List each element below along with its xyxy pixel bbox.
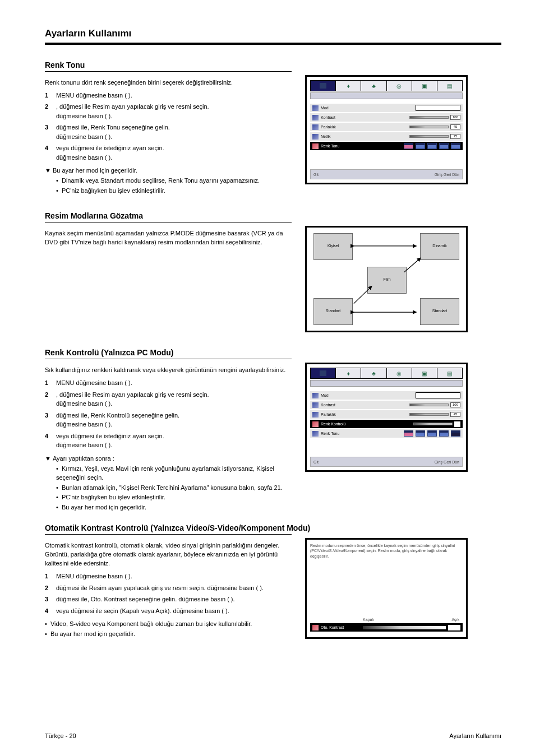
sharpness-icon (312, 134, 319, 140)
target-icon: ◎ (396, 370, 402, 377)
clover-icon: ♣ (372, 83, 376, 89)
osd-row-netlik: Netlik75 (310, 132, 463, 141)
mode-icon (312, 393, 319, 398)
sec3-step1: 1MENU düğmesine basın ( ). (45, 378, 292, 388)
tone-btn-s2 (451, 430, 460, 437)
step-4: 4veya düğmesi ile istediğiniz ayarı seçi… (45, 143, 292, 162)
osd-hint-bar: Git Giriş Geri Dön (310, 169, 463, 179)
sec3-step2: 2, düğmesi ile Resim ayarı yapılacak gir… (45, 390, 292, 409)
speaker-icon: ♦ (347, 370, 350, 377)
osd4-slider (363, 626, 446, 629)
section-title-oto-kontrast: Otomatik Kontrast Kontrolü (Yalnızca Vid… (45, 523, 501, 532)
page-title: Ayarların Kullanımı (45, 28, 501, 39)
osd-row-mode: Mod (310, 104, 463, 112)
section-title-renk-kontrolu: Renk Kontrolü (Yalnızca PC Modu) (45, 348, 501, 357)
page-header: Ayarların Kullanımı (45, 28, 501, 45)
sec3-bullet-3: Bu ayar her mod için geçerlidir. (56, 503, 292, 512)
figure-diagram: Kişisel Dinamik Film Standart Standart (305, 226, 468, 332)
monitor-icon (320, 370, 326, 376)
sec2-text: Kaynak seçim menüsünü açamadan yalnızca … (45, 229, 292, 247)
osd-row-kontrast: Kontrast100 (310, 113, 463, 122)
header-rule (45, 43, 501, 45)
osd-tab-picture (311, 81, 336, 91)
target-icon: ◎ (396, 83, 402, 89)
colortone-icon (312, 431, 319, 437)
tone-btn-normal (427, 430, 437, 437)
osd3-tab-picture (311, 368, 336, 378)
autocontrast-icon (312, 625, 319, 630)
section-rule (45, 534, 292, 535)
osd-subbar (310, 92, 463, 99)
osd3-row-renk-kontrolu: Renk Kontrolü (310, 420, 463, 428)
section-rule (45, 71, 292, 72)
osd-tab-2: ♦ (336, 81, 361, 91)
svg-line-3 (404, 258, 421, 272)
sec4-step1: 1MENU düğmesine basın ( ). (45, 572, 292, 581)
sec1-intro: Renk tonunu dört renk seçeneğinden birin… (45, 78, 292, 87)
osd3-row-kontrast: Kontrast100 (310, 401, 463, 409)
osd4-cap-right: Açık (451, 618, 459, 622)
osd3-row-renk-tonu: Renk Tonu (310, 429, 463, 438)
sec1-left: Renk tonunu dört renk seçeneğinden birin… (45, 75, 292, 196)
note-arrow-icon: ▼ (45, 454, 51, 463)
mode-icon (312, 105, 319, 111)
osd4-cap-left: Kapalı (363, 618, 374, 622)
svg-line-2 (354, 286, 372, 304)
speaker-icon: ♦ (347, 83, 350, 89)
step-1: 1MENU düğmesine basın ( ). (45, 91, 292, 100)
pip-icon: ▣ (422, 370, 427, 377)
setup-icon: ▤ (447, 83, 452, 89)
section-title-gozatma: Resim Modlarına Gözatma (45, 211, 501, 220)
osd3-hint-bar: Git Giriş Geri Dön (310, 457, 463, 467)
osd4-row: Oto. Kontrast (310, 623, 463, 632)
tone-btn-k2 (404, 430, 413, 437)
tone-btn-s1 (439, 430, 449, 437)
colortone-icon (312, 143, 319, 149)
section-rule (45, 359, 292, 359)
mode-combo (416, 105, 460, 111)
section-title-renk-tonu: Renk Tonu (45, 61, 501, 69)
contrast-icon (312, 402, 319, 408)
sec3-bullet-1: Bunları atlamak için, "Kişisel Renk Terc… (56, 484, 292, 493)
colorcontrol-icon (312, 421, 319, 427)
brightness-icon (312, 412, 319, 418)
osd4-hint: Resim modunu seçmeden önce, öncelikle ka… (310, 543, 463, 558)
osd-tab-6: ▤ (437, 81, 462, 91)
figure-osd-1: ♦ ♣ ◎ ▣ ▤ Mod Kontrast100 Parlaklık45 Ne… (305, 75, 468, 184)
osd3-subbar (310, 380, 463, 387)
tone-btn-s2 (451, 143, 460, 149)
tone-btn-k1 (416, 143, 425, 149)
contrast-icon (312, 115, 319, 120)
osd3-row-parlaklik: Parlaklık45 (310, 410, 463, 419)
brightness-icon (312, 124, 319, 130)
sec1-note-0: Dinamik veya Standart modu seçilirse, Re… (56, 177, 292, 185)
sec4-step4: 4veya düğmesi ile seçin (Kapalı veya Açı… (45, 606, 292, 616)
osd4-value-box (448, 625, 460, 630)
step-3: 3düğmesi ile, Renk Tonu seçeneğine gelin… (45, 123, 292, 141)
sec4-note-0: Video, S-video veya Komponent bağlı oldu… (45, 620, 292, 629)
footer-right: Ayarların Kullanımı (449, 732, 501, 739)
sec4-step2: 2düğmesi ile Resim ayarı yapılacak giriş… (45, 583, 292, 593)
monitor-icon (320, 83, 326, 89)
section-rule (45, 222, 292, 222)
osd3-row-mode: Mod (310, 391, 463, 400)
diagram-arrows (307, 228, 466, 331)
note-arrow-icon: ▼ (45, 166, 51, 175)
step-2: 2, düğmesi ile Resim ayarı yapılacak gir… (45, 102, 292, 120)
figure-osd-3: ♦ ♣ ◎ ▣ ▤ Mod Kontrast100 Parlaklık45 Re… (305, 363, 468, 472)
setup-icon: ▤ (447, 370, 452, 377)
sec3-bullet-2: PC'niz bağlıyken bu işlev etkinleştirili… (56, 493, 292, 502)
osd-tab-4: ◎ (387, 81, 412, 91)
pip-icon: ▣ (422, 83, 427, 89)
sec3-intro: Sık kullandığınız renkleri kaldırarak ve… (45, 366, 292, 375)
clover-icon: ♣ (372, 370, 376, 377)
tone-btn-s1 (439, 143, 449, 149)
page-footer: Türkçe - 20 Ayarların Kullanımı (45, 732, 501, 739)
osd-tab-5: ▣ (412, 81, 437, 91)
tone-btn-normal (427, 143, 437, 149)
sec3-step3: 3düğmesi ile, Renk Kontrolü seçeneğine g… (45, 411, 292, 429)
osd-row-parlaklik: Parlaklık45 (310, 123, 463, 131)
tone-btn-k1 (416, 430, 425, 437)
sec4-text: Otomatik kontrast kontrolü, otomatik ola… (45, 541, 292, 568)
sec4-note-1: Bu ayar her mod için geçerlidir. (45, 630, 292, 639)
